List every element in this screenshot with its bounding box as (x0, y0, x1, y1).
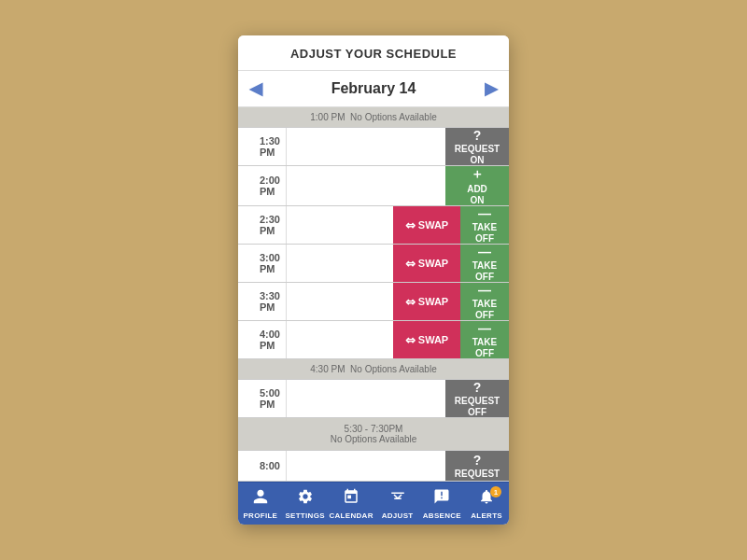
nav-absence-label: ABSENCE (423, 511, 461, 520)
row-200pm: 2:00PM ＋ ADD ON (238, 166, 509, 206)
time-200pm: 2:00PM (238, 166, 287, 205)
add-on-label1-200pm: ADD (467, 184, 487, 194)
swap-label-330pm: SWAP (418, 296, 448, 307)
swap-button-300pm[interactable]: ⇔ SWAP (393, 245, 460, 282)
no-options-530pm-line1: 5:30 - 7:30PM (345, 424, 403, 434)
spacer-200pm (287, 166, 445, 205)
nav-profile[interactable]: PROFILE (238, 483, 283, 525)
takeoff-label2-230pm: OFF (475, 233, 494, 244)
takeoff-label2-400pm: OFF (475, 348, 494, 358)
takeoff-label2-330pm: OFF (475, 310, 494, 320)
add-on-label2-200pm: ON (471, 195, 485, 205)
takeoff-button-330pm[interactable]: — TAKE OFF (460, 283, 509, 320)
time-230pm: 2:30PM (238, 206, 287, 244)
minus-icon-300pm: — (478, 245, 491, 259)
calendar-icon (343, 488, 359, 510)
absence-icon (433, 488, 450, 510)
no-options-430pm: 4:30 PM No Options Available (238, 359, 509, 380)
swap-icon-330pm: ⇔ (405, 295, 416, 309)
takeoff-label1-400pm: TAKE (472, 337, 497, 347)
nav-adjust-label: ADJUST (382, 511, 414, 520)
swap-button-330pm[interactable]: ⇔ SWAP (393, 283, 460, 320)
nav-settings-label: SETTINGS (285, 511, 324, 520)
time-800pm: 8:00 (238, 451, 287, 481)
nav-settings[interactable]: SETTINGS (283, 483, 328, 525)
page-title: ADJUST YOUR SCHEDULE (290, 47, 457, 61)
prev-date-arrow[interactable]: ◀ (249, 78, 262, 99)
action-330pm: ⇔ SWAP — TAKE OFF (393, 283, 509, 320)
nav-adjust[interactable]: ADJUST (375, 483, 420, 525)
no-options-530pm-line2: No Options Available (331, 434, 417, 444)
action-200pm: ＋ ADD ON (445, 166, 509, 205)
plus-icon-200pm: ＋ (471, 166, 484, 183)
request-off-button-500pm[interactable]: ? REQUEST OFF (445, 380, 509, 417)
phone-container: ADJUST YOUR SCHEDULE ◀ February 14 ▶ 1:0… (238, 35, 509, 525)
swap-label-300pm: SWAP (418, 258, 448, 269)
nav-alerts[interactable]: 1 ALERTS (464, 483, 509, 525)
minus-icon-230pm: — (478, 206, 491, 221)
row-330pm: 3:30PM ⇔ SWAP — TAKE OFF (238, 283, 509, 321)
request-on-label2-130pm: ON (471, 155, 485, 165)
page-header: ADJUST YOUR SCHEDULE (238, 35, 509, 71)
swap-label-230pm: SWAP (418, 219, 448, 231)
time-300pm: 3:00PM (238, 245, 287, 282)
action-800pm: ? REQUEST (445, 451, 509, 481)
swap-icon-230pm: ⇔ (405, 218, 416, 232)
takeoff-label2-300pm: OFF (475, 272, 494, 282)
row-230pm: 2:30PM ⇔ SWAP — TAKE OFF (238, 206, 509, 245)
action-230pm: ⇔ SWAP — TAKE OFF (393, 206, 509, 244)
takeoff-button-300pm[interactable]: — TAKE OFF (460, 245, 509, 282)
takeoff-label1-300pm: TAKE (472, 260, 497, 271)
no-options-430pm-text: 4:30 PM No Options Available (310, 364, 436, 374)
minus-icon-330pm: — (478, 283, 491, 298)
profile-icon (252, 488, 269, 510)
spacer-300pm (287, 245, 393, 282)
no-options-100pm-text: 1:00 PM No Options Available (310, 112, 436, 122)
swap-icon-300pm: ⇔ (405, 257, 416, 271)
action-130pm: ? REQUEST ON (445, 128, 509, 165)
time-330pm: 3:30PM (238, 283, 287, 320)
request-label-800pm: REQUEST (455, 469, 500, 479)
adjust-icon (389, 488, 406, 510)
spacer-130pm (287, 128, 445, 165)
nav-calendar[interactable]: CALENDAR (327, 483, 374, 525)
request-on-label1-130pm: REQUEST (455, 144, 500, 154)
add-on-button-200pm[interactable]: ＋ ADD ON (445, 166, 509, 205)
time-130pm: 1:30PM (238, 128, 287, 165)
date-navigation: ◀ February 14 ▶ (238, 71, 509, 107)
swap-label-400pm: SWAP (418, 334, 448, 345)
bottom-navigation: PROFILE SETTINGS CALENDAR (238, 482, 509, 525)
swap-button-400pm[interactable]: ⇔ SWAP (393, 321, 460, 358)
takeoff-label1-330pm: TAKE (472, 299, 497, 309)
no-options-100pm: 1:00 PM No Options Available (238, 107, 509, 128)
no-options-530pm: 5:30 - 7:30PM No Options Available (238, 418, 509, 451)
nav-calendar-label: CALENDAR (329, 511, 373, 520)
nav-absence[interactable]: ABSENCE (420, 483, 465, 525)
next-date-arrow[interactable]: ▶ (485, 78, 498, 99)
alerts-badge: 1 (490, 486, 501, 497)
row-500pm: 5:00PM ? REQUEST OFF (238, 380, 509, 418)
action-300pm: ⇔ SWAP — TAKE OFF (393, 245, 509, 282)
spacer-500pm (287, 380, 445, 417)
question-icon-500pm: ? (473, 380, 482, 395)
swap-button-230pm[interactable]: ⇔ SWAP (393, 206, 460, 244)
settings-icon (297, 488, 314, 510)
spacer-400pm (287, 321, 393, 358)
action-500pm: ? REQUEST OFF (445, 380, 509, 417)
minus-icon-400pm: — (478, 321, 491, 336)
request-off-label2-500pm: OFF (468, 407, 486, 417)
takeoff-label1-230pm: TAKE (472, 222, 497, 232)
takeoff-button-400pm[interactable]: — TAKE OFF (460, 321, 509, 358)
request-off-label1-500pm: REQUEST (455, 396, 500, 406)
request-button-800pm[interactable]: ? REQUEST (445, 451, 509, 481)
takeoff-button-230pm[interactable]: — TAKE OFF (460, 206, 509, 244)
nav-alerts-label: ALERTS (471, 511, 502, 520)
row-800pm: 8:00 ? REQUEST (238, 451, 509, 482)
swap-icon-400pm: ⇔ (405, 333, 416, 347)
spacer-330pm (287, 283, 393, 320)
question-icon-800pm: ? (473, 453, 482, 468)
action-400pm: ⇔ SWAP — TAKE OFF (393, 321, 509, 358)
row-400pm: 4:00PM ⇔ SWAP — TAKE OFF (238, 321, 509, 359)
spacer-800pm (287, 451, 445, 481)
request-on-button-130pm[interactable]: ? REQUEST ON (445, 128, 509, 165)
